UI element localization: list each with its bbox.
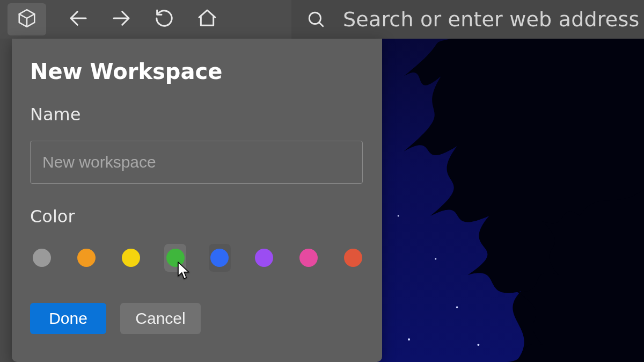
reload-icon [153,8,175,31]
address-bar[interactable]: Search or enter web address [291,0,644,39]
swatch-dot [166,249,185,267]
cube-icon [17,8,37,31]
panel-title: New Workspace [30,59,364,84]
color-swatch-gray[interactable] [31,244,53,272]
color-swatch-blue[interactable] [209,244,231,272]
workspaces-button[interactable] [8,3,46,35]
color-swatch-row [30,243,364,273]
swatch-dot [210,249,229,267]
arrow-left-icon [67,7,90,32]
color-swatch-yellow[interactable] [120,244,142,272]
done-button[interactable]: Done [30,303,106,334]
swatch-dot [33,249,51,267]
back-button[interactable] [57,0,100,39]
color-swatch-orange[interactable] [76,244,98,272]
search-icon [305,9,327,30]
swatch-dot [299,249,318,267]
arrow-right-icon [110,7,133,32]
home-icon [196,8,218,31]
panel-button-row: Done Cancel [30,303,364,334]
new-workspace-panel: New Workspace Name Color Done Cancel [12,39,382,362]
swatch-dot [255,249,273,267]
swatch-dot [122,249,140,267]
forward-button[interactable] [100,0,143,39]
cancel-button[interactable]: Cancel [120,303,201,334]
swatch-dot [344,249,362,267]
swatch-dot [77,249,96,267]
color-swatch-red[interactable] [342,244,364,272]
color-swatch-purple[interactable] [253,244,275,272]
name-field-label: Name [30,104,364,125]
color-field-label: Color [30,206,364,227]
home-button[interactable] [186,0,229,39]
color-swatch-pink[interactable] [298,244,320,272]
color-swatch-green[interactable] [164,244,186,272]
workspace-name-input[interactable] [30,141,363,184]
address-bar-placeholder: Search or enter web address [343,8,639,31]
reload-button[interactable] [143,0,186,39]
